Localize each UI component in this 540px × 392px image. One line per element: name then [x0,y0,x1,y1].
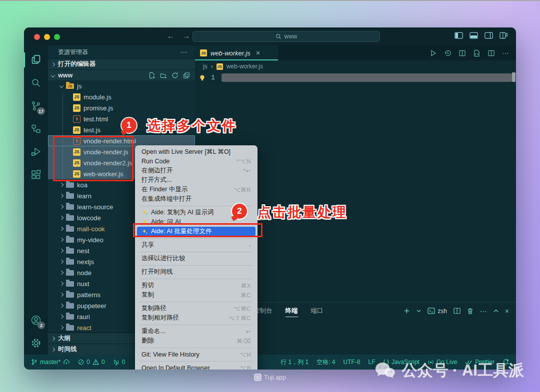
folder-icon [66,193,74,199]
split-terminal-icon[interactable] [454,308,460,314]
tree-item-file[interactable]: module.js [48,91,195,102]
run-debug-view-icon[interactable] [24,140,48,163]
menu-item-rename[interactable]: 重命名...↩ [137,327,256,336]
tree-item-label: mall-cook [77,225,105,233]
forward-icon[interactable]: → [182,31,190,40]
editor-scrollbar[interactable] [512,72,516,82]
current-line-highlight [222,73,512,82]
menu-item-open-terminal[interactable]: 在集成终端中打开 [137,194,256,204]
menu-divider [140,348,253,348]
run-file-icon[interactable] [430,49,437,57]
zoom-window-button[interactable] [54,34,60,40]
menu-item-select-compare[interactable]: 选择以进行比较 [137,254,256,263]
tree-item-label: rauri [77,313,90,321]
close-tab-icon[interactable]: × [256,49,260,57]
menu-item-delete[interactable]: 删除⌘⌫ [137,336,256,346]
tree-item-file[interactable]: promise.js [48,102,195,113]
chevron-right-icon [60,282,64,286]
tab-ports[interactable]: 端口 [311,304,324,318]
menu-item-open-default-browser[interactable]: Open In Default Browser⌥B [137,363,256,370]
html-file-icon [73,115,80,123]
menu-item-copy-relative-path[interactable]: 复制相对路径⌥⇧⌘C [137,313,256,323]
menu-item-share[interactable]: 共享› [137,240,256,250]
settings-gear-icon[interactable] [24,332,48,355]
breadcrumb[interactable]: js › web-worker.js [195,60,516,72]
menu-item-run-code[interactable]: Run Code^⌥N [137,156,256,166]
tree-item-folder-js[interactable]: js [48,80,195,91]
open-preview-icon[interactable] [458,49,466,57]
open-editors-section[interactable]: 打开的编辑器 [48,58,195,69]
open-changes-icon[interactable] [473,49,480,57]
tab-web-worker[interactable]: web-worker.js × [195,45,278,60]
chevron-down-icon [60,84,64,88]
tree-item-label: learn-source [77,203,113,211]
source-control-view-icon[interactable]: 17 [24,94,48,117]
chevron-right-icon [60,260,64,264]
timeline-label: 时间线 [58,345,77,354]
menu-item-open-side[interactable]: 在侧边打开^↩ [137,166,256,175]
search-icon [276,33,282,39]
more-actions-icon[interactable]: ⋯ [502,49,509,57]
breadcrumb-folder[interactable]: js [203,63,208,70]
panel-more-icon[interactable]: ⋯ [480,307,487,315]
maximize-panel-icon[interactable] [494,309,498,313]
scm-badge: 17 [37,107,45,115]
menu-divider [140,238,253,239]
tab-label: web-worker.js [210,49,250,57]
timeline-history-icon[interactable] [444,49,452,57]
chevron-right-icon [51,62,55,66]
tree-item-label: nuxt [77,280,90,288]
refresh-icon[interactable] [172,72,178,79]
menu-item-cut[interactable]: 剪切⌘X [137,281,256,290]
search-view-icon[interactable] [24,71,48,94]
encoding[interactable]: UTF-8 [344,359,360,366]
errors-icon [78,359,84,365]
toggle-secondary-sidebar-icon[interactable] [484,32,493,39]
new-terminal-icon[interactable] [404,308,410,314]
cursor-position[interactable]: 行 1，列 1 [280,358,308,367]
lightbulb-icon[interactable] [199,74,206,81]
folder-icon [66,226,74,232]
customize-layout-icon[interactable] [500,32,508,39]
menu-item-open-with[interactable]: 打开方式... [137,175,256,185]
ports-status[interactable]: 0 [113,359,126,366]
menu-item-reveal-finder[interactable]: 在 Finder 中显示⌥⌘R [137,185,256,194]
minimize-window-button[interactable] [44,34,50,40]
branch-status[interactable]: master* [31,359,70,366]
breadcrumb-separator-icon: › [211,63,213,70]
close-panel-icon[interactable]: × [505,307,509,315]
menu-item-open-timeline[interactable]: 打开时间线 [137,267,256,277]
command-center-search[interactable]: www [192,31,380,42]
breadcrumb-file[interactable]: web-worker.js [226,63,263,70]
collapse-all-icon[interactable] [183,72,190,79]
sync-cloud-icon [63,359,70,365]
accounts-icon[interactable]: 2 [24,309,48,332]
split-editor-icon[interactable] [488,49,495,57]
terminal-dropdown-icon[interactable] [416,309,421,313]
kill-terminal-trash-icon[interactable] [467,308,474,315]
terminal-session[interactable]: zsh [428,308,447,315]
js-file-icon [73,126,80,134]
problems-status[interactable]: 0 0 [78,359,104,366]
new-file-icon[interactable] [148,72,156,79]
menu-item-copy-path[interactable]: 复制路径⌥⌘C [137,304,256,313]
close-window-button[interactable] [34,34,40,40]
new-folder-icon[interactable] [160,72,167,79]
menu-item-copy[interactable]: 复制⌘C [137,290,256,300]
explorer-view-icon[interactable] [24,48,48,71]
toggle-primary-sidebar-icon[interactable] [454,32,463,39]
explorer-more-icon[interactable]: ⋯ [180,48,188,56]
extensions-view-icon[interactable] [24,163,48,186]
menu-item-live-server[interactable]: Open with Live Server [⌘L ⌘O] [137,147,256,156]
workspace-root-section[interactable]: www [48,69,195,80]
menu-item-git-history[interactable]: Git: View File History⌥H [137,350,256,359]
indentation[interactable]: 空格: 4 [316,358,335,367]
tab-terminal[interactable]: 终端 [286,304,298,318]
toggle-panel-icon[interactable] [470,32,478,39]
tree-item-label: node [77,269,92,277]
hierarchy-view-icon[interactable] [24,117,48,140]
submenu-arrow-icon: › [249,242,251,248]
back-icon[interactable]: ← [167,31,174,40]
folder-icon [66,314,74,320]
annotation-rect-batch-menu-item [133,223,262,237]
